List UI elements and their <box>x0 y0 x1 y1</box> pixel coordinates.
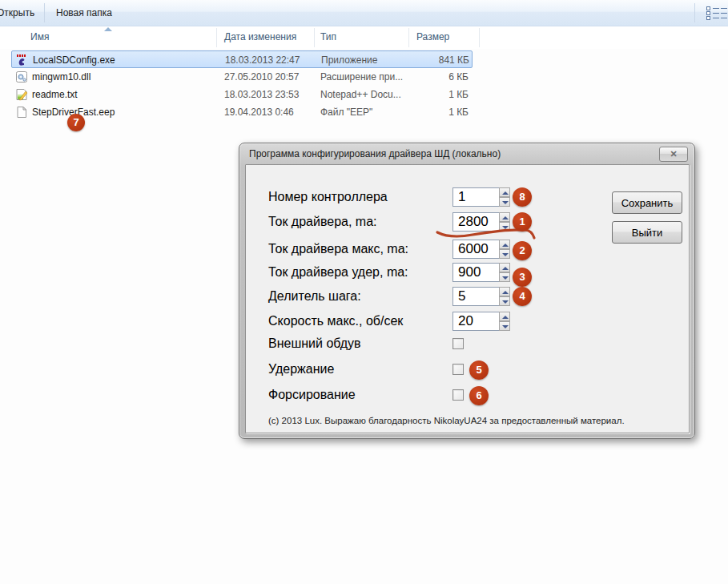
step-divider-input[interactable]: 5 <box>452 287 499 306</box>
step-divider-stepper <box>499 287 510 306</box>
spin-down-icon[interactable] <box>499 272 510 282</box>
driver-current-max-stepper <box>499 240 510 259</box>
forcing-checkbox[interactable] <box>452 389 464 401</box>
file-date: 18.03.2013 23:53 <box>224 89 299 100</box>
column-divider[interactable] <box>408 28 409 47</box>
annotation-badge-4: 4 <box>513 287 532 306</box>
annotation-badge-2: 2 <box>513 241 532 260</box>
file-name: mingwm10.dll <box>32 71 90 83</box>
file-name: readme.txt <box>32 89 78 100</box>
annotation-badge-8: 8 <box>513 187 532 207</box>
table-row[interactable]: readme.txt 18.03.2013 23:53 Notepad++ Do… <box>11 86 473 103</box>
spin-up-icon[interactable] <box>499 240 510 249</box>
controller-number-input[interactable]: 1 <box>452 187 499 207</box>
dialog-title: Программа конфигурирования драйвера ШД (… <box>249 148 501 159</box>
spin-up-icon[interactable] <box>499 263 510 272</box>
file-size: 1 КБ <box>408 89 469 100</box>
checkbox-label-hold: Удержание <box>268 362 334 377</box>
file-date: 18.03.2013 22:47 <box>225 54 300 66</box>
max-speed-input[interactable]: 20 <box>452 312 499 331</box>
spin-down-icon[interactable] <box>499 197 510 207</box>
checkbox-label-forcing: Форсирование <box>268 388 356 402</box>
annotation-badge-5: 5 <box>469 360 489 380</box>
field-label-driver-current-max: Ток драйвера макс, ma: <box>268 242 408 256</box>
spin-down-icon[interactable] <box>499 321 510 331</box>
column-header-size[interactable]: Размер <box>416 31 449 42</box>
annotation-badge-1: 1 <box>513 212 532 232</box>
dll-icon <box>15 70 28 83</box>
save-button[interactable]: Сохранить <box>612 191 682 214</box>
file-size: 1 КБ <box>408 107 469 118</box>
spin-down-icon[interactable] <box>499 296 510 306</box>
external-fan-checkbox[interactable] <box>452 338 464 349</box>
open-button[interactable]: Открыть <box>0 0 41 26</box>
close-icon[interactable]: ✕ <box>659 147 688 162</box>
copyright-text: (c) 2013 Lux. Выражаю благодарность Niko… <box>268 416 625 425</box>
column-divider[interactable] <box>479 28 480 47</box>
checkbox-label-external-fan: Внешний обдув <box>268 336 361 351</box>
file-size: 841 КБ <box>409 54 469 66</box>
file-type: Расширение при... <box>320 71 403 83</box>
driver-current-max-input[interactable]: 6000 <box>452 240 499 259</box>
spin-down-icon[interactable] <box>499 222 510 232</box>
file-type: Файл "EEP" <box>320 107 372 118</box>
column-divider[interactable] <box>314 28 315 47</box>
column-divider[interactable] <box>216 28 217 47</box>
field-label-step-divider: Делитель шага: <box>268 289 361 304</box>
change-view-icon[interactable] <box>706 6 727 21</box>
spin-up-icon[interactable] <box>499 287 510 296</box>
driver-current-stepper <box>499 212 510 232</box>
toolbar-separator <box>694 3 695 22</box>
field-label-driver-current-hold: Ток драйвера удер, ma: <box>268 265 408 280</box>
spin-down-icon[interactable] <box>499 249 510 259</box>
file-date: 27.05.2010 20:57 <box>224 71 299 83</box>
table-row[interactable]: LocalSDConfig.exe 18.03.2013 22:47 Прило… <box>11 50 473 68</box>
annotation-badge-7: 7 <box>67 114 85 131</box>
explorer-toolbar: Открыть Новая папка <box>0 0 728 26</box>
file-size: 6 КБ <box>408 71 469 83</box>
driver-current-hold-input[interactable]: 900 <box>452 263 499 282</box>
toolbar-separator <box>44 3 45 22</box>
table-row[interactable]: mingwm10.dll 27.05.2010 20:57 Расширение… <box>11 68 473 86</box>
field-label-max-speed: Скорость макс., об/сек <box>268 314 403 328</box>
blank-file-icon <box>15 106 28 119</box>
spin-up-icon[interactable] <box>499 312 510 321</box>
field-label-driver-current: Ток драйвера, ma: <box>268 215 377 229</box>
file-date: 19.04.2013 0:46 <box>224 107 294 118</box>
file-type: Приложение <box>321 54 377 66</box>
driver-config-dialog: Программа конфигурирования драйвера ШД (… <box>239 143 695 439</box>
sort-ascending-icon <box>104 27 112 31</box>
file-name: LocalSDConfig.exe <box>33 54 115 66</box>
controller-number-stepper <box>499 187 510 207</box>
exe-app-icon <box>16 54 29 66</box>
driver-current-input[interactable]: 2800 <box>452 212 499 232</box>
column-header-row: Имя Дата изменения Тип Размер <box>0 26 728 49</box>
max-speed-stepper <box>499 312 510 331</box>
annotation-badge-3: 3 <box>513 268 532 287</box>
file-type: Notepad++ Docu... <box>320 89 401 100</box>
annotation-badge-6: 6 <box>469 386 489 405</box>
new-folder-button[interactable]: Новая папка <box>50 0 119 26</box>
exit-button[interactable]: Выйти <box>612 221 682 244</box>
column-header-name[interactable]: Имя <box>30 31 49 42</box>
column-header-type[interactable]: Тип <box>320 31 336 42</box>
driver-current-hold-stepper <box>499 263 510 282</box>
field-label-controller-number: Номер контроллера <box>268 190 388 204</box>
hold-checkbox[interactable] <box>452 364 464 375</box>
column-header-date[interactable]: Дата изменения <box>224 31 296 42</box>
spin-up-icon[interactable] <box>499 187 510 197</box>
notepad-doc-icon <box>15 88 28 101</box>
spin-up-icon[interactable] <box>499 212 510 222</box>
